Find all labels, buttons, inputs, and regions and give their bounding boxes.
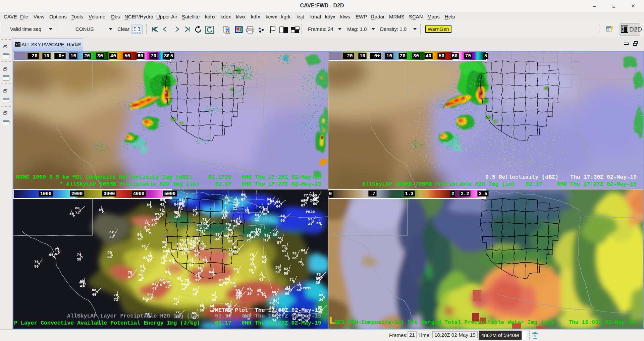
svg-text:50: 50 xyxy=(34,265,39,269)
svg-text:PK35: PK35 xyxy=(303,286,312,290)
svg-text:79: 79 xyxy=(159,208,164,212)
svg-text:81: 81 xyxy=(143,297,147,301)
svg-text:35: 35 xyxy=(77,258,82,262)
svg-text:75: 75 xyxy=(215,233,220,237)
svg-text:67: 67 xyxy=(241,197,245,202)
svg-text:61: 61 xyxy=(155,212,160,216)
svg-text:59: 59 xyxy=(200,304,204,308)
svg-text:64: 64 xyxy=(276,205,281,209)
svg-text:71: 71 xyxy=(233,220,238,224)
svg-text:65: 65 xyxy=(179,198,184,202)
svg-text:26: 26 xyxy=(319,298,323,302)
svg-text:61: 61 xyxy=(107,250,112,254)
svg-text:36: 36 xyxy=(255,232,260,236)
svg-text:58: 58 xyxy=(275,266,280,270)
svg-text:78: 78 xyxy=(277,236,282,240)
svg-text:60: 60 xyxy=(285,292,289,296)
svg-text:80: 80 xyxy=(75,206,79,210)
svg-text:63: 63 xyxy=(262,260,266,264)
svg-text:84: 84 xyxy=(174,203,179,207)
svg-text:60: 60 xyxy=(181,247,185,251)
svg-text:68: 68 xyxy=(316,221,321,225)
svg-text:68: 68 xyxy=(225,222,230,226)
svg-text:71: 71 xyxy=(282,244,286,248)
svg-text:67: 67 xyxy=(219,278,223,282)
svg-text:80: 80 xyxy=(69,212,74,216)
svg-text:64: 64 xyxy=(270,199,275,203)
svg-text:66: 66 xyxy=(280,219,285,223)
svg-text:68: 68 xyxy=(230,281,235,285)
svg-text:71: 71 xyxy=(247,238,251,242)
svg-text:27: 27 xyxy=(165,285,170,289)
svg-text:81: 81 xyxy=(262,293,266,297)
svg-text:14: 14 xyxy=(151,223,156,227)
svg-text:63: 63 xyxy=(262,255,266,259)
svg-text:72: 72 xyxy=(284,254,288,258)
svg-text:85: 85 xyxy=(245,209,249,213)
svg-text:84: 84 xyxy=(147,203,151,207)
svg-text:8: 8 xyxy=(179,203,181,207)
svg-text:16: 16 xyxy=(221,216,226,220)
svg-text:7: 7 xyxy=(257,293,259,297)
svg-text:47: 47 xyxy=(128,275,132,279)
svg-text:74: 74 xyxy=(144,221,149,225)
svg-text:44: 44 xyxy=(234,250,238,254)
svg-text:84: 84 xyxy=(193,288,197,292)
svg-text:57: 57 xyxy=(152,282,157,286)
svg-text:19: 19 xyxy=(181,287,185,291)
svg-text:67: 67 xyxy=(301,204,305,208)
svg-text:14: 14 xyxy=(224,201,229,205)
svg-text:69: 69 xyxy=(269,301,274,305)
svg-text:67: 67 xyxy=(193,209,197,213)
svg-text:57: 57 xyxy=(148,259,152,263)
svg-text:76: 76 xyxy=(250,253,254,257)
svg-text:8: 8 xyxy=(160,283,162,287)
svg-text:79: 79 xyxy=(228,248,233,252)
svg-text:55: 55 xyxy=(224,234,228,238)
svg-text:76: 76 xyxy=(198,267,202,271)
svg-text:68: 68 xyxy=(228,228,232,232)
svg-text:76: 76 xyxy=(141,244,146,248)
svg-text:40: 40 xyxy=(250,258,254,262)
svg-text:64: 64 xyxy=(255,213,259,217)
svg-text:81: 81 xyxy=(234,245,238,249)
svg-text:57: 57 xyxy=(146,229,150,233)
svg-text:35: 35 xyxy=(155,217,160,221)
svg-text:62: 62 xyxy=(284,267,288,271)
svg-text:70: 70 xyxy=(298,260,302,264)
svg-text:PK30: PK30 xyxy=(166,249,175,253)
svg-text:64: 64 xyxy=(209,270,214,274)
svg-text:61: 61 xyxy=(198,271,202,275)
svg-text:85: 85 xyxy=(162,240,166,244)
svg-text:25: 25 xyxy=(162,245,166,249)
svg-text:11: 11 xyxy=(181,251,186,255)
svg-text:67: 67 xyxy=(194,249,199,253)
svg-text:72: 72 xyxy=(202,218,207,222)
svg-text:68: 68 xyxy=(210,304,214,308)
svg-text:10: 10 xyxy=(247,292,252,296)
svg-text:70: 70 xyxy=(137,237,142,241)
svg-text:46: 46 xyxy=(316,277,321,281)
svg-text:12: 12 xyxy=(195,278,200,282)
svg-text:54: 54 xyxy=(203,226,208,230)
svg-text:71: 71 xyxy=(234,198,238,203)
svg-text:60: 60 xyxy=(210,309,214,313)
svg-text:49: 49 xyxy=(92,293,96,297)
svg-text:48: 48 xyxy=(152,287,157,291)
svg-text:79: 79 xyxy=(173,297,177,301)
svg-text:79: 79 xyxy=(236,292,240,296)
svg-text:77: 77 xyxy=(304,193,308,197)
svg-text:36: 36 xyxy=(273,233,277,237)
svg-text:55: 55 xyxy=(179,238,184,242)
svg-text:66: 66 xyxy=(233,267,238,271)
svg-text:65: 65 xyxy=(257,289,262,293)
svg-text:73: 73 xyxy=(75,211,80,215)
svg-text:70: 70 xyxy=(224,196,228,200)
svg-text:57: 57 xyxy=(277,241,281,245)
svg-text:56: 56 xyxy=(200,308,204,312)
svg-text:67: 67 xyxy=(55,252,59,256)
svg-text:80: 80 xyxy=(165,280,170,284)
svg-text:75: 75 xyxy=(185,279,190,283)
svg-text:61: 61 xyxy=(176,247,181,251)
svg-text:58: 58 xyxy=(92,288,97,292)
